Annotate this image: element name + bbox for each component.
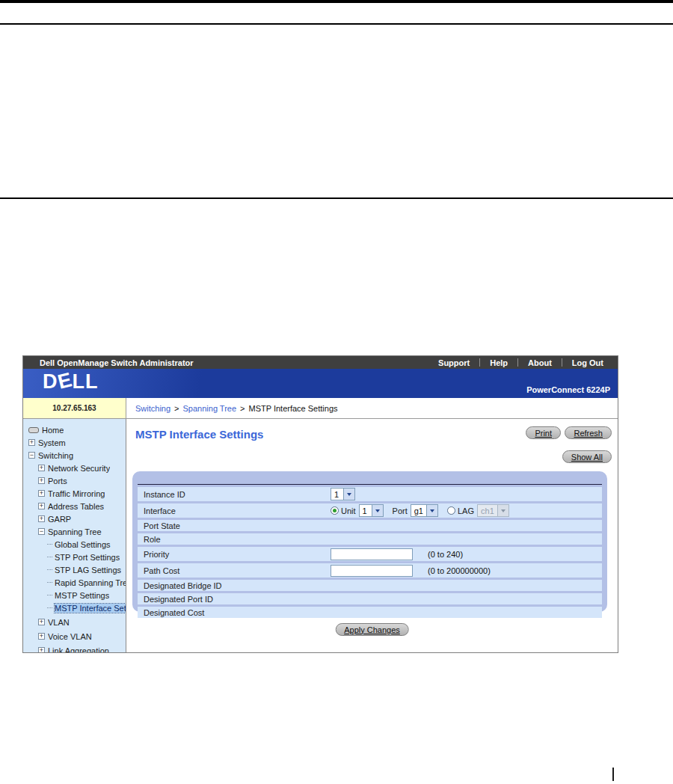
sidebar-item-link-aggregation[interactable]: + Link Aggregation: [23, 644, 126, 653]
expand-plus-icon[interactable]: +: [38, 490, 45, 497]
settings-panel: Instance ID 1 Interface Unit 1: [132, 471, 607, 612]
form-row-port-state: Port State: [138, 520, 602, 531]
breadcrumb-separator: >: [240, 404, 245, 413]
panel-top-rule: [138, 484, 602, 485]
tree-branch-line: [47, 595, 52, 595]
sidebar-item-switching[interactable]: − Switching: [23, 449, 126, 462]
dropdown-arrow-icon[interactable]: [426, 505, 437, 516]
page-rule-second: [0, 23, 673, 25]
app-title: Dell OpenManage Switch Administrator: [23, 358, 428, 367]
sidebar-item-mstp-interface-settings[interactable]: MSTP Interface Set: [23, 601, 126, 614]
dropdown-arrow-icon[interactable]: [343, 489, 354, 500]
form-row-designated-cost: Designated Cost: [138, 607, 602, 618]
form-row-priority: Priority (0 to 240): [138, 547, 602, 561]
priority-input[interactable]: [331, 548, 413, 560]
sidebar-item-spanning-tree[interactable]: − Spanning Tree: [23, 525, 126, 538]
sidebar-item-ports[interactable]: + Ports: [23, 474, 126, 487]
breadcrumb-separator: >: [174, 404, 179, 413]
about-link[interactable]: About: [518, 358, 562, 367]
sidebar-item-traffic-mirroring[interactable]: + Traffic Mirroring: [23, 487, 126, 500]
breadcrumb-link-spanning-tree[interactable]: Spanning Tree: [183, 404, 237, 413]
dropdown-arrow-icon: [497, 505, 508, 516]
sidebar-item-stp-lag-settings[interactable]: STP LAG Settings: [23, 563, 126, 576]
brand-bar: DELL PowerConnect 6224P: [23, 369, 618, 398]
sidebar-item-rapid-spanning-tree[interactable]: Rapid Spanning Tre: [23, 576, 126, 589]
expand-plus-icon[interactable]: +: [28, 439, 35, 446]
sidebar-item-garp[interactable]: + GARP: [23, 512, 126, 525]
priority-range-hint: (0 to 240): [428, 550, 463, 559]
collapse-minus-icon[interactable]: −: [28, 452, 35, 459]
breadcrumb: Switching > Spanning Tree > MSTP Interfa…: [126, 398, 618, 418]
expand-plus-icon[interactable]: +: [38, 619, 45, 625]
page-rule-middle: [0, 197, 673, 199]
apply-changes-button[interactable]: Apply Changes: [335, 623, 409, 636]
tree-branch-line: [47, 607, 52, 608]
logout-link[interactable]: Log Out: [562, 358, 613, 367]
switch-admin-screenshot: Dell OpenManage Switch Administrator Sup…: [22, 355, 618, 653]
manual-page: Dell OpenManage Switch Administrator Sup…: [0, 0, 673, 784]
dropdown-arrow-icon[interactable]: [372, 505, 383, 516]
breadcrumb-link-switching[interactable]: Switching: [135, 404, 170, 413]
logo-letter: L: [85, 370, 99, 393]
form-row-instance-id: Instance ID 1: [138, 487, 602, 501]
masthead: Dell OpenManage Switch Administrator Sup…: [23, 356, 618, 369]
page-rule-top: [0, 0, 673, 3]
form-row-interface: Interface Unit 1 Port g1: [138, 503, 602, 518]
show-all-button[interactable]: Show All: [562, 450, 612, 463]
main-content: MSTP Interface Settings Print Refresh Sh…: [126, 419, 618, 653]
lag-radio[interactable]: [447, 506, 455, 515]
sidebar-item-global-settings[interactable]: Global Settings: [23, 538, 126, 551]
expand-plus-icon[interactable]: +: [38, 477, 45, 484]
product-name: PowerConnect 6224P: [526, 385, 610, 394]
dell-logo: DELL: [43, 370, 99, 393]
sidebar-item-home[interactable]: Home: [23, 423, 126, 436]
path-cost-range-hint: (0 to 200000000): [428, 566, 491, 575]
sidebar-item-voice-vlan[interactable]: + Voice VLAN: [23, 630, 126, 643]
unit-select[interactable]: 1: [359, 504, 384, 517]
collapse-minus-icon[interactable]: −: [38, 528, 45, 535]
sidebar-item-address-tables[interactable]: + Address Tables: [23, 500, 126, 512]
sidebar-item-network-security[interactable]: + Network Security: [23, 462, 126, 474]
instance-id-select[interactable]: 1: [331, 488, 355, 500]
device-ip: 10.27.65.163: [23, 398, 126, 418]
port-select[interactable]: g1: [411, 504, 438, 517]
expand-plus-icon[interactable]: +: [38, 515, 45, 522]
sidebar-item-vlan[interactable]: + VLAN: [23, 616, 126, 628]
masthead-links: Support Help About Log Out: [428, 356, 613, 369]
path-cost-input[interactable]: [331, 565, 413, 577]
form-row-designated-port-id: Designated Port ID: [138, 593, 602, 604]
form-row-path-cost: Path Cost (0 to 200000000): [138, 563, 602, 578]
print-button[interactable]: Print: [526, 426, 561, 439]
refresh-button[interactable]: Refresh: [565, 426, 612, 439]
page-title: MSTP Interface Settings: [135, 428, 263, 441]
sidebar-item-stp-port-settings[interactable]: STP Port Settings: [23, 551, 126, 563]
expand-plus-icon[interactable]: +: [38, 633, 45, 640]
expand-plus-icon[interactable]: +: [38, 503, 45, 509]
tree-branch-line: [47, 582, 52, 583]
lag-select: ch1: [477, 504, 509, 517]
form-row-role: Role: [138, 533, 602, 545]
home-icon: [28, 427, 39, 433]
unit-radio[interactable]: [331, 506, 339, 515]
footer-separator-mark: [612, 768, 614, 781]
expand-plus-icon[interactable]: +: [38, 465, 45, 471]
tree-branch-line: [47, 557, 52, 557]
breadcrumb-current: MSTP Interface Settings: [249, 404, 338, 413]
expand-plus-icon[interactable]: +: [38, 647, 45, 653]
tree-branch-line: [47, 544, 52, 545]
sidebar-item-system[interactable]: + System: [23, 436, 126, 449]
breadcrumb-bar: 10.27.65.163 Switching > Spanning Tree >…: [23, 398, 618, 419]
help-link[interactable]: Help: [480, 358, 517, 367]
support-link[interactable]: Support: [428, 358, 479, 367]
sidebar-item-mstp-settings[interactable]: MSTP Settings: [23, 589, 126, 601]
tree-branch-line: [47, 569, 52, 570]
nav-tree: Home + System − Switching + Network Secu…: [23, 419, 126, 653]
form-row-designated-bridge-id: Designated Bridge ID: [138, 580, 602, 591]
